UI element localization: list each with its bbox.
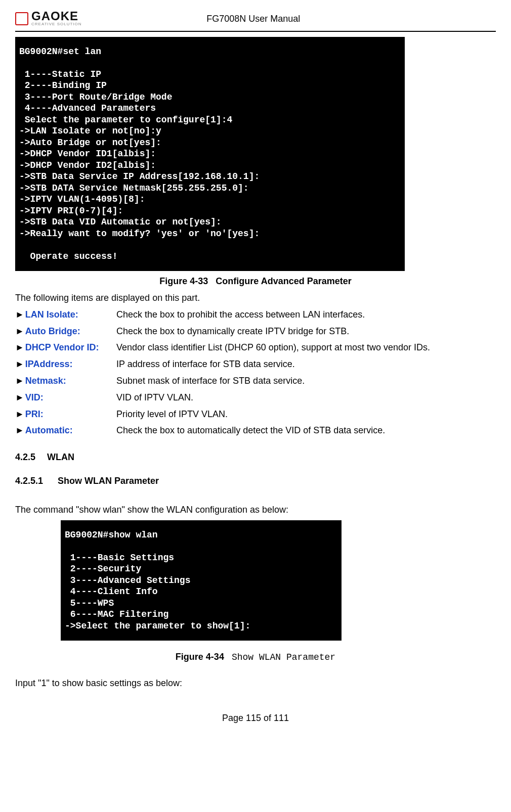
- param-label-col: ► VID:: [15, 390, 116, 405]
- figure-number-2: Figure 4-34: [176, 652, 224, 662]
- subsection-heading: 4.2.5.1 Show WLAN Parameter: [15, 474, 496, 488]
- param-row: ► PRI:Priority level of IPTV VLAN.: [15, 407, 496, 422]
- param-row: ► Netmask:Subnet mask of interface for S…: [15, 374, 496, 388]
- figure-title-2: Show WLAN Parameter: [232, 652, 335, 662]
- param-name: DHCP Vendor ID:: [25, 340, 99, 355]
- intro-text-2: The command "show wlan" show the WLAN co…: [15, 503, 496, 517]
- param-row: ► LAN Isolate:Check the box to prohibit …: [15, 307, 496, 322]
- triangle-icon: ►: [15, 324, 24, 339]
- param-name: PRI:: [25, 407, 44, 422]
- logo-text-block: GAOKE CREATIVE SOLUTION: [31, 10, 82, 28]
- intro-text-1: The following items are displayed on thi…: [15, 291, 496, 305]
- section-heading: 4.2.5 WLAN: [15, 450, 496, 465]
- param-label-col: ► DHCP Vendor ID:: [15, 340, 116, 355]
- param-label-col: ► Auto Bridge:: [15, 324, 116, 339]
- section-title: WLAN: [47, 452, 74, 462]
- triangle-icon: ►: [15, 340, 24, 355]
- section-number: 4.2.5: [15, 452, 35, 462]
- param-description: VID of IPTV VLAN.: [116, 390, 496, 405]
- subsection-title: Show WLAN Parameter: [58, 476, 159, 486]
- param-row: ► Automatic:Check the box to automatical…: [15, 423, 496, 438]
- param-row: ► VID:VID of IPTV VLAN.: [15, 390, 496, 405]
- param-name: VID:: [25, 390, 44, 405]
- param-row: ► DHCP Vendor ID:Vendor class identifier…: [15, 340, 496, 355]
- subsection-number: 4.2.5.1: [15, 476, 43, 486]
- page-header: GAOKE CREATIVE SOLUTION FG7008N User Man…: [15, 10, 496, 32]
- param-description: IP address of interface for STB data ser…: [116, 357, 496, 372]
- param-name: IPAddress:: [25, 357, 73, 372]
- header-title: FG7008N User Manual: [82, 12, 425, 26]
- param-label-col: ► PRI:: [15, 407, 116, 422]
- param-description: Check the box to automatically detect th…: [116, 423, 496, 438]
- triangle-icon: ►: [15, 307, 24, 322]
- param-name: Auto Bridge:: [25, 324, 80, 339]
- triangle-icon: ►: [15, 390, 24, 405]
- param-description: Check the box to dynamically create IPTV…: [116, 324, 496, 339]
- param-label-col: ► IPAddress:: [15, 357, 116, 372]
- param-row: ► Auto Bridge:Check the box to dynamical…: [15, 324, 496, 339]
- parameter-list: ► LAN Isolate:Check the box to prohibit …: [15, 307, 496, 438]
- logo-mark-icon: [15, 12, 28, 25]
- terminal-screenshot-1: BG9002N#set lan 1----Static IP 2----Bind…: [15, 37, 405, 272]
- figure-caption-2: Figure 4-34 Show WLAN Parameter: [15, 650, 496, 665]
- param-name: Netmask:: [25, 374, 66, 388]
- page-footer: Page 115 of 111: [15, 711, 496, 726]
- logo-tagline: CREATIVE SOLUTION: [31, 21, 82, 28]
- param-label-col: ► Automatic:: [15, 423, 116, 438]
- intro-text-3: Input "1" to show basic settings as belo…: [15, 676, 496, 691]
- param-name: LAN Isolate:: [25, 307, 78, 322]
- param-description: Subnet mask of interface for STB data se…: [116, 374, 496, 388]
- triangle-icon: ►: [15, 423, 24, 438]
- terminal-screenshot-2: BG9002N#show wlan 1----Basic Settings 2-…: [61, 520, 342, 641]
- param-label-col: ► LAN Isolate:: [15, 307, 116, 322]
- param-label-col: ► Netmask:: [15, 374, 116, 388]
- param-description: Priority level of IPTV VLAN.: [116, 407, 496, 422]
- logo: GAOKE CREATIVE SOLUTION: [15, 10, 82, 28]
- param-description: Check the box to prohibit the access bet…: [116, 307, 496, 322]
- triangle-icon: ►: [15, 374, 24, 388]
- param-row: ► IPAddress:IP address of interface for …: [15, 357, 496, 372]
- param-description: Vendor class identifier List (DHCP 60 op…: [116, 340, 496, 355]
- figure-title-1: Configure Advanced Parameter: [216, 276, 351, 286]
- logo-name: GAOKE: [31, 10, 82, 22]
- triangle-icon: ►: [15, 357, 24, 372]
- page-container: GAOKE CREATIVE SOLUTION FG7008N User Man…: [0, 0, 511, 741]
- triangle-icon: ►: [15, 407, 24, 422]
- figure-number-1: Figure 4-33: [159, 276, 208, 286]
- param-name: Automatic:: [25, 423, 73, 438]
- figure-caption-1: Figure 4-33 Configure Advanced Parameter: [15, 274, 496, 289]
